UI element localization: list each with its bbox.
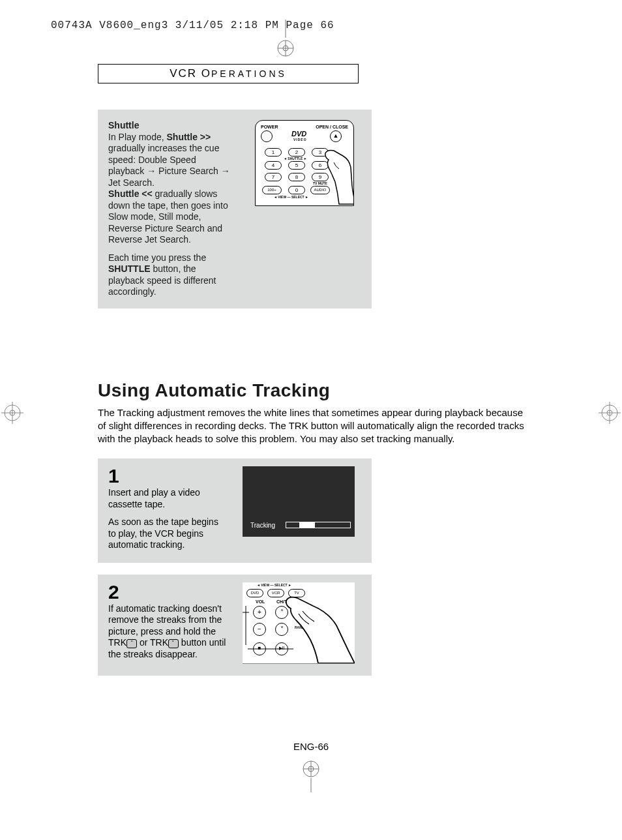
shuttle-p3: Each time you press the SHUTTLE button, … [108,252,232,298]
key-0: 0 [288,186,305,194]
hand-icon-2 [283,594,355,663]
power-button [261,130,273,142]
shuttle-label: ◄ SHUTTLE ► [284,157,307,160]
remote-mid-illustration: ◄ VIEW — SELECT ► DVD VCR TV VOL CH/TRK … [243,582,355,664]
step-1-p1: Insert and play a video cassette tape. [108,487,227,510]
shuttle-title: Shuttle [108,120,232,132]
hand-icon [323,147,354,205]
vol-label: VOL [256,599,265,604]
shuttle-p1: In Play mode, Shuttle >> gradually incre… [108,132,232,189]
trk-down-icon: ˅ [168,639,179,648]
tv-screen-osd: Tracking [243,466,355,537]
registration-mark-left [1,402,23,427]
open-close-label: OPEN / CLOSE [316,125,348,129]
key-5: 5 [288,161,305,170]
osd-tracking-label: Tracking [250,522,275,529]
view-select-mid-label: ◄ VIEW — SELECT ► [257,583,291,587]
key-7: 7 [265,173,282,181]
dvd-pill: DVD [246,589,263,597]
view-select-label: ◄ VIEW — SELECT ► [274,195,308,199]
tracking-title: Using Automatic Tracking [98,380,524,401]
video-label: VIDEO [293,138,307,142]
step-1-number: 1 [108,466,227,486]
section-header-text: VCR OPERATIONS [170,67,287,80]
osd-tracking-bar-fill [299,522,315,528]
step-1-p2: As soon as the tape begins to play, the … [108,517,227,551]
vol-up-button: + [253,606,266,619]
crop-mark-top [0,31,622,64]
key-4: 4 [265,161,282,170]
step-2-box: 2 If automatic tracking doesn't remove t… [98,575,372,676]
eject-button: ▲ [330,130,342,142]
osd-tracking-bar [286,522,351,528]
prepress-slug: 00743A V8600_eng3 3/11/05 2:18 PM Page 6… [0,0,622,31]
step-2-p1: If automatic tracking doesn't remove the… [108,603,227,661]
key-1: 1 [265,148,282,157]
vcr-pill: VCR [267,589,284,597]
key-100: 100+ [262,186,282,194]
step-2-number: 2 [108,582,227,602]
crop-mark-bottom [0,760,622,795]
registration-mark-right [599,402,621,427]
shuttle-box: Shuttle In Play mode, Shuttle >> gradual… [98,110,372,308]
remote-top-illustration: POWER OPEN / CLOSE ▲ DVD VIDEO 1 2 3 ◄ S… [255,120,354,206]
shuttle-p2: Shuttle << gradually slows down the tape… [108,188,232,246]
trk-up-icon: ˄ [126,639,137,648]
page-number: ENG-66 [0,741,622,752]
tracking-intro: The Tracking adjustment removes the whit… [98,406,528,446]
step-1-box: 1 Insert and play a video cassette tape.… [98,458,372,563]
key-2: 2 [288,148,305,157]
section-header: VCR OPERATIONS [98,64,359,83]
power-label: POWER [261,125,278,129]
vol-down-button: − [253,623,266,636]
dvd-logo: DVD [291,130,306,138]
key-8: 8 [288,173,305,181]
